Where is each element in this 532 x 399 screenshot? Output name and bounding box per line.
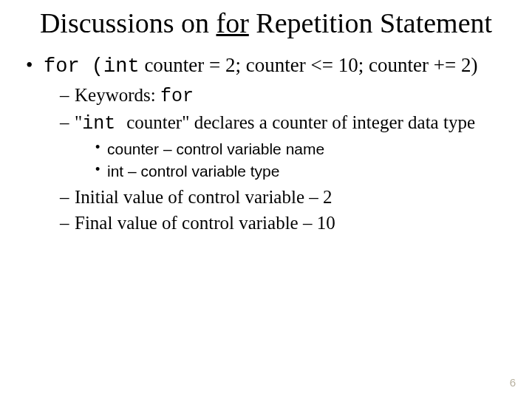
title-keyword: for [216,7,248,38]
list-item: counter – control variable name [95,139,514,159]
list-item: "int counter" declares a counter of inte… [60,111,514,181]
decl-rest: counter" declares a counter of integer d… [126,112,475,132]
code-rest: counter = 2; counter <= 10; counter += 2… [140,54,478,76]
slide: Discussions on for Repetition Statement … [0,0,532,399]
decl-keyword: int [82,113,126,134]
list-item: Keywords: for [60,83,514,109]
bullet-list-level2: Keywords: for "int counter" declares a c… [44,83,514,235]
keywords-label: Keywords: [75,85,160,105]
list-item: Final value of control variable – 10 [60,211,514,236]
bullet-list-level3: counter – control variable name int – co… [75,139,514,181]
bullet-list-level1: for (int counter = 2; counter <= 10; cou… [18,53,514,235]
keywords-value: for [160,86,194,107]
code-keyword: for (int [44,55,140,78]
title-pre: Discussions on [40,7,216,38]
slide-title: Discussions on for Repetition Statement [18,7,514,40]
list-item: Initial value of control variable – 2 [60,185,514,210]
list-item: int – control variable type [95,161,514,181]
title-post: Repetition Statement [249,7,492,38]
list-item: for (int counter = 2; counter <= 10; cou… [26,53,514,235]
page-number: 6 [510,376,516,389]
decl-quote: " [75,112,82,132]
